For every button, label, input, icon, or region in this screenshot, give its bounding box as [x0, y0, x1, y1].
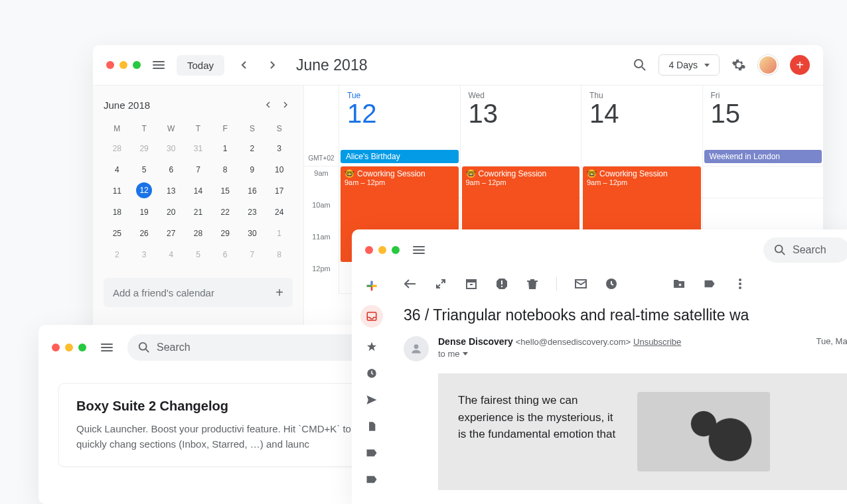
note-card[interactable]: Boxy Suite 2 Changelog Quick Launcher. B…	[58, 383, 390, 467]
mini-day[interactable]: 27	[157, 225, 185, 242]
mini-day[interactable]: 13	[157, 182, 185, 200]
mini-day[interactable]: 23	[239, 204, 266, 221]
move-to-icon[interactable]	[672, 277, 686, 290]
minimize-window-button[interactable]	[65, 344, 73, 351]
mini-day[interactable]: 30	[157, 140, 185, 157]
mini-day[interactable]: 5	[131, 161, 158, 178]
drafts-icon[interactable]	[364, 419, 379, 434]
maximize-window-button[interactable]	[78, 344, 86, 351]
mini-day[interactable]: 14	[185, 182, 212, 200]
mini-day[interactable]: 30	[239, 225, 266, 242]
mini-day[interactable]: 9	[239, 161, 266, 178]
inbox-icon[interactable]	[360, 305, 383, 328]
menu-icon[interactable]	[410, 243, 427, 257]
add-friend-calendar-input[interactable]: Add a friend's calendar +	[104, 278, 293, 307]
recipient-line[interactable]: to me	[438, 349, 807, 359]
label-icon-2[interactable]	[364, 472, 379, 487]
mini-day[interactable]: 18	[104, 204, 131, 221]
day-column-header[interactable]: Thu14	[581, 86, 702, 166]
mini-day[interactable]: 31	[185, 140, 212, 157]
mini-day[interactable]: 6	[157, 161, 185, 178]
maximize-window-button[interactable]	[133, 61, 141, 69]
label-icon[interactable]	[364, 446, 379, 460]
allday-event[interactable]: Alice's Birthday	[341, 150, 459, 163]
sent-icon[interactable]	[364, 393, 379, 407]
next-period-button[interactable]	[263, 55, 283, 75]
back-icon[interactable]	[404, 277, 417, 290]
minimize-window-button[interactable]	[378, 246, 386, 254]
day-column-header[interactable]: Wed13	[460, 86, 581, 166]
mini-day[interactable]: 7	[239, 246, 266, 263]
view-selector[interactable]: 4 Days	[658, 54, 720, 76]
mini-day[interactable]: 4	[104, 161, 131, 178]
prev-period-button[interactable]	[234, 55, 254, 75]
mini-day[interactable]: 28	[104, 140, 131, 157]
mini-day[interactable]: 22	[212, 204, 239, 221]
maximize-window-button[interactable]	[392, 246, 400, 254]
note-body: Quick Launcher. Boost your productivi fe…	[76, 422, 372, 452]
mini-day[interactable]: 1	[212, 140, 239, 157]
mini-day[interactable]: 25	[104, 225, 131, 242]
mark-unread-icon[interactable]	[574, 277, 587, 290]
mini-day[interactable]: 11	[104, 182, 131, 200]
divider	[556, 277, 557, 290]
mini-prev-month[interactable]	[261, 97, 275, 112]
menu-icon[interactable]	[150, 58, 167, 72]
day-column-header[interactable]: Fri15Weekend in London	[702, 86, 824, 166]
note-title: Boxy Suite 2 Changelog	[76, 399, 372, 414]
expand-icon[interactable]	[434, 277, 447, 290]
mini-day[interactable]: 7	[185, 161, 212, 178]
mini-day[interactable]: 4	[157, 246, 185, 263]
mini-day[interactable]: 17	[266, 182, 293, 200]
mini-day[interactable]: 20	[157, 204, 185, 221]
mini-day[interactable]: 10	[266, 161, 293, 178]
starred-icon[interactable]	[364, 340, 379, 354]
mini-day[interactable]: 5	[185, 246, 212, 263]
minimize-window-button[interactable]	[119, 61, 127, 69]
mini-day[interactable]: 12	[136, 182, 152, 198]
sender-avatar[interactable]	[404, 336, 429, 361]
archive-icon[interactable]	[465, 277, 478, 290]
snoozed-icon[interactable]	[364, 366, 379, 381]
snooze-icon[interactable]	[605, 277, 618, 290]
mini-day[interactable]: 6	[212, 246, 239, 263]
mini-day[interactable]: 8	[266, 246, 293, 263]
mini-day[interactable]: 15	[212, 182, 239, 200]
add-friend-plus-icon[interactable]: +	[275, 285, 283, 300]
more-icon[interactable]	[733, 277, 747, 290]
mini-day[interactable]: 16	[239, 182, 266, 200]
mini-day[interactable]: 24	[266, 204, 293, 221]
mini-day[interactable]: 3	[266, 140, 293, 157]
mini-day[interactable]: 1	[266, 225, 293, 242]
close-window-button[interactable]	[365, 246, 373, 254]
mini-day[interactable]: 26	[131, 225, 158, 242]
delete-icon[interactable]	[526, 277, 539, 290]
search-icon[interactable]	[633, 58, 647, 72]
mini-day[interactable]: 19	[131, 204, 158, 221]
mini-day[interactable]: 8	[212, 161, 239, 178]
close-window-button[interactable]	[52, 344, 60, 351]
mail-sender-row: Dense Discovery <hello@densediscovery.co…	[404, 336, 847, 361]
mini-calendar-title: June 2018	[104, 99, 150, 111]
allday-event[interactable]: Weekend in London	[704, 150, 822, 163]
create-event-button[interactable]: +	[790, 55, 810, 75]
settings-icon[interactable]	[732, 58, 746, 72]
close-window-button[interactable]	[106, 61, 114, 69]
mini-day[interactable]: 28	[185, 225, 212, 242]
mini-day[interactable]: 2	[239, 140, 266, 157]
mini-day[interactable]: 2	[104, 246, 131, 263]
day-column-header[interactable]: Tue12Alice's Birthday	[339, 86, 460, 166]
mini-next-month[interactable]	[278, 97, 293, 112]
today-button[interactable]: Today	[177, 55, 224, 76]
menu-icon[interactable]	[98, 341, 116, 354]
user-avatar[interactable]	[758, 55, 778, 75]
mini-day[interactable]: 29	[131, 140, 158, 157]
unsubscribe-link[interactable]: Unsubscribe	[633, 337, 681, 347]
mini-day[interactable]: 3	[131, 246, 158, 263]
compose-icon[interactable]	[364, 279, 379, 293]
mini-day[interactable]: 29	[212, 225, 239, 242]
spam-icon[interactable]	[495, 277, 508, 290]
mini-day[interactable]: 21	[185, 204, 212, 221]
mail-search-input[interactable]: Search	[763, 237, 847, 263]
labels-icon[interactable]	[703, 277, 716, 290]
